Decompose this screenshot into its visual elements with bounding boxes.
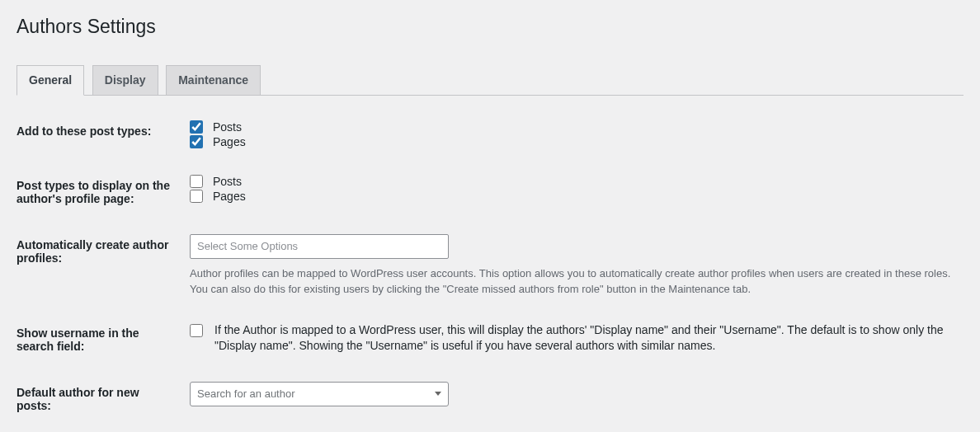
show-username-checkbox[interactable] xyxy=(190,324,203,337)
chevron-down-icon xyxy=(435,392,441,396)
auto-create-multiselect[interactable]: Select Some Options xyxy=(190,234,449,259)
add-post-types-pages-checkbox[interactable] xyxy=(190,135,203,148)
tab-display[interactable]: Display xyxy=(92,65,158,96)
add-post-types-pages-label: Pages xyxy=(213,135,246,148)
show-username-label: Show username in the search field: xyxy=(16,310,181,369)
add-post-types-posts-label: Posts xyxy=(213,120,242,134)
show-username-description: If the Author is mapped to a WordPress u… xyxy=(214,322,955,355)
profile-post-types-label: Post types to display on the author's pr… xyxy=(16,162,181,222)
add-post-types-label: Add to these post types: xyxy=(16,108,181,162)
profile-post-types-posts-label: Posts xyxy=(213,175,242,188)
default-author-placeholder: Search for an author xyxy=(197,387,295,400)
page-title: Authors Settings xyxy=(16,8,964,41)
profile-post-types-pages-label: Pages xyxy=(213,190,246,203)
default-author-label: Default author for new posts: xyxy=(16,369,181,429)
tab-maintenance[interactable]: Maintenance xyxy=(166,65,261,96)
auto-create-description: Author profiles can be mapped to WordPre… xyxy=(190,265,955,298)
tab-general[interactable]: General xyxy=(16,65,84,96)
settings-tabs: General Display Maintenance xyxy=(16,58,964,96)
default-author-select[interactable]: Search for an author xyxy=(190,382,449,406)
profile-post-types-posts-checkbox[interactable] xyxy=(190,175,203,188)
auto-create-label: Automatically create author profiles: xyxy=(16,222,181,310)
settings-form: Add to these post types: Posts Pages Pos… xyxy=(16,108,964,429)
add-post-types-posts-checkbox[interactable] xyxy=(190,120,203,134)
profile-post-types-pages-checkbox[interactable] xyxy=(190,190,203,203)
